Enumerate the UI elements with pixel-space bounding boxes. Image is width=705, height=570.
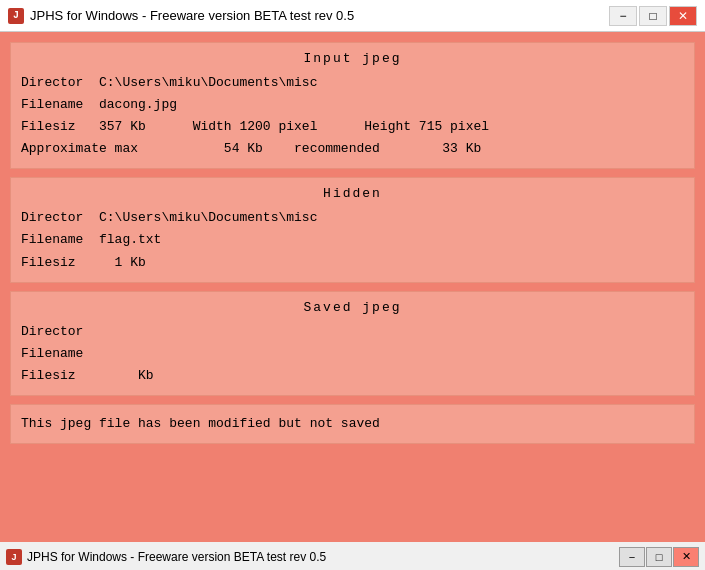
- hidden-filesize: Filesiz 1 Kb: [21, 252, 684, 274]
- window-title: JPHS for Windows - Freeware version BETA…: [30, 8, 354, 23]
- status-panel: This jpeg file has been modified but not…: [10, 404, 695, 444]
- hidden-directory: Director C:\Users\miku\Documents\misc: [21, 207, 684, 229]
- titlebar-left: J JPHS for Windows - Freeware version BE…: [6, 549, 326, 565]
- title-bar-left: J JPHS for Windows - Freeware version BE…: [8, 8, 354, 24]
- status-message: This jpeg file has been modified but not…: [21, 413, 684, 435]
- input-jpeg-filename: Filename dacong.jpg: [21, 94, 684, 116]
- input-jpeg-filesize: Filesiz 357 Kb Width 1200 pixel Height 7…: [21, 116, 684, 138]
- app-icon: J: [8, 8, 24, 24]
- app-wrapper: J JPHS for Windows - Freeware version BE…: [0, 542, 705, 570]
- input-jpeg-directory: Director C:\Users\miku\Documents\misc: [21, 72, 684, 94]
- app-titlebar: J JPHS for Windows - Freeware version BE…: [0, 542, 705, 570]
- window-controls: − □ ✕: [609, 6, 697, 26]
- restore-btn[interactable]: □: [646, 547, 672, 567]
- saved-jpeg-title: Saved jpeg: [21, 300, 684, 315]
- saved-jpeg-filesize: Filesiz Kb: [21, 365, 684, 387]
- saved-jpeg-directory: Director: [21, 321, 684, 343]
- saved-jpeg-filename: Filename: [21, 343, 684, 365]
- hidden-panel: Hidden Director C:\Users\miku\Documents\…: [10, 177, 695, 282]
- input-jpeg-approx: Approximate max 54 Kb recommended 33 Kb: [21, 138, 684, 160]
- close-btn[interactable]: ✕: [673, 547, 699, 567]
- minimize-button[interactable]: −: [609, 6, 637, 26]
- restore-button[interactable]: □: [639, 6, 667, 26]
- window-title2: JPHS for Windows - Freeware version BETA…: [27, 550, 326, 564]
- saved-jpeg-panel: Saved jpeg Director Filename Filesiz Kb: [10, 291, 695, 396]
- hidden-title: Hidden: [21, 186, 684, 201]
- titlebar-buttons: − □ ✕: [619, 547, 699, 567]
- main-content: Input jpeg Director C:\Users\miku\Docume…: [0, 32, 705, 542]
- title-bar: J JPHS for Windows - Freeware version BE…: [0, 0, 705, 32]
- minimize-btn[interactable]: −: [619, 547, 645, 567]
- close-button[interactable]: ✕: [669, 6, 697, 26]
- input-jpeg-panel: Input jpeg Director C:\Users\miku\Docume…: [10, 42, 695, 169]
- app-icon: J: [6, 549, 22, 565]
- input-jpeg-title: Input jpeg: [21, 51, 684, 66]
- hidden-filename: Filename flag.txt: [21, 229, 684, 251]
